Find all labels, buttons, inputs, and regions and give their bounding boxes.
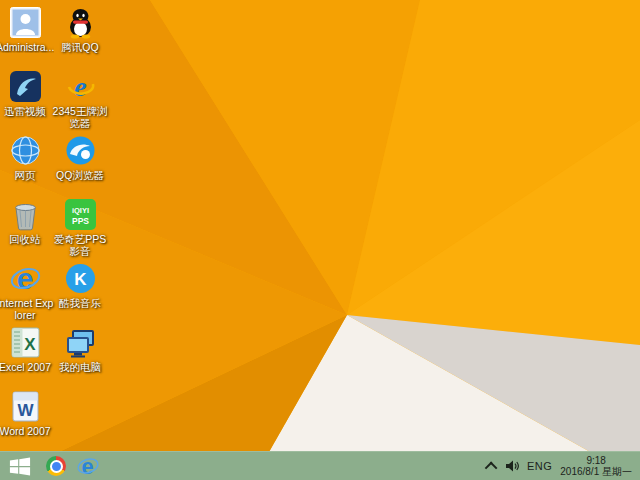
desktop-icon-recycle-bin[interactable]: 回收站 — [0, 198, 54, 245]
desktop-icon-my-computer[interactable]: 我的电脑 — [51, 326, 109, 373]
thunder-video-icon — [9, 70, 42, 103]
desktop-icon-web-browser[interactable]: 网页 — [0, 134, 54, 181]
browser-2345-icon: e — [64, 70, 97, 103]
internet-explorer-icon: e — [9, 262, 42, 295]
icon-label: 2345王牌浏览器 — [51, 105, 109, 129]
globe-icon — [9, 134, 42, 167]
desktop-icon-qq-browser[interactable]: QQ浏览器 — [51, 134, 109, 181]
word-icon: W — [9, 390, 42, 423]
icon-label: 网页 — [0, 169, 54, 181]
language-indicator[interactable]: ENG — [527, 460, 552, 472]
clock[interactable]: 9:18 2016/8/1 星期一 — [560, 455, 632, 477]
svg-text:e: e — [16, 262, 33, 295]
kuwo-music-icon: K — [64, 262, 97, 295]
icon-label: 酷我音乐 — [51, 297, 109, 309]
dual-monitor-icon — [64, 326, 97, 359]
administrator-user-icon — [9, 6, 42, 39]
svg-text:K: K — [74, 270, 87, 289]
iqiyi-pps-icon: iQIYI PPS — [64, 198, 97, 231]
recycle-bin-icon — [9, 198, 42, 231]
desktop-icon-iqiyi-pps[interactable]: iQIYI PPS 爱奇艺PPS影音 — [51, 198, 109, 257]
tray-expand-chevron-icon[interactable] — [485, 461, 498, 474]
icon-label: Excel 2007 — [0, 361, 54, 373]
internet-explorer-icon: e — [76, 454, 100, 478]
taskbar-internet-explorer-button[interactable]: e — [72, 452, 104, 480]
icon-label: 迅雷视频 — [0, 105, 54, 117]
icon-label: 腾讯QQ — [51, 41, 109, 53]
clock-date: 2016/8/1 星期一 — [560, 466, 632, 477]
icon-label: 回收站 — [0, 233, 54, 245]
taskbar-browser-button[interactable] — [40, 452, 72, 480]
icon-label: Word 2007 — [0, 425, 54, 437]
desktop-icon-kuwo-music[interactable]: K 酷我音乐 — [51, 262, 109, 309]
svg-text:X: X — [24, 335, 36, 354]
icon-label: 我的电脑 — [51, 361, 109, 373]
icon-label: 爱奇艺PPS影音 — [51, 233, 109, 257]
desktop-icon-thunder-video[interactable]: 迅雷视频 — [0, 70, 54, 117]
icon-label: Administra... — [0, 41, 54, 53]
qq-penguin-icon — [64, 6, 97, 39]
desktop-icon-tencent-qq[interactable]: 腾讯QQ — [51, 6, 109, 53]
clock-time: 9:18 — [586, 455, 605, 466]
svg-text:W: W — [17, 401, 34, 420]
windows-logo-icon — [9, 457, 31, 476]
taskbar: e ENG 9:18 2016/8/1 星期一 — [0, 451, 640, 480]
excel-icon: X — [9, 326, 42, 359]
svg-text:PPS: PPS — [71, 216, 88, 226]
desktop-icon-2345-browser[interactable]: e 2345王牌浏览器 — [51, 70, 109, 129]
desktop-icon-excel-2007[interactable]: X Excel 2007 — [0, 326, 54, 373]
icon-label: Internet Explorer — [0, 297, 54, 321]
icon-label: QQ浏览器 — [51, 169, 109, 181]
desktop-icon-internet-explorer[interactable]: e Internet Explorer — [0, 262, 54, 321]
system-tray: ENG 9:18 2016/8/1 星期一 — [488, 455, 640, 477]
desktop-icon-word-2007[interactable]: W Word 2007 — [0, 390, 54, 437]
svg-text:iQIYI: iQIYI — [71, 206, 88, 215]
qq-browser-icon — [64, 134, 97, 167]
desktop-icon-administrator[interactable]: Administra... — [0, 6, 54, 53]
svg-text:e: e — [74, 71, 86, 102]
volume-icon[interactable] — [505, 460, 519, 472]
start-button[interactable] — [0, 452, 40, 480]
browser-circle-icon — [46, 456, 66, 476]
svg-text:e: e — [82, 454, 94, 478]
